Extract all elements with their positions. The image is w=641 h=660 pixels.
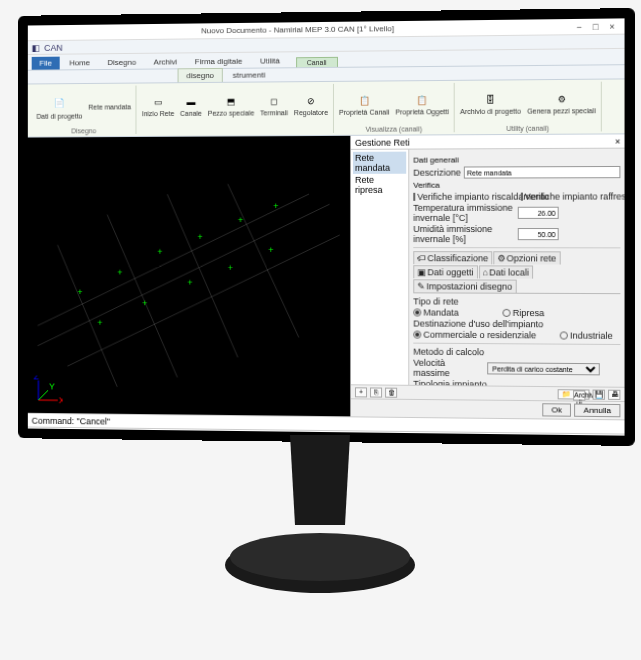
subtab-disegno[interactable]: disegno xyxy=(178,68,223,82)
pencil-icon: ✎ xyxy=(417,281,425,291)
btn-rete-mandata[interactable]: Rete mandata xyxy=(86,101,133,112)
tab-opzioni-rete[interactable]: ⚙Opzioni rete xyxy=(493,251,560,264)
cancel-button[interactable]: Annulla xyxy=(574,404,620,418)
btn-genera-pezzi[interactable]: ⚙Genera pezzi speciali xyxy=(525,90,598,117)
tool-print-icon[interactable]: 🖶 xyxy=(608,389,620,399)
tab-firma[interactable]: Firma digitale xyxy=(187,55,250,69)
radio-industriale[interactable] xyxy=(560,331,568,339)
network-tree: Rete mandata Rete ripresa xyxy=(351,150,409,385)
subtab-strumenti[interactable]: strumenti xyxy=(225,68,273,81)
btn-inizio-rete[interactable]: ▭Inizio Rete xyxy=(140,93,176,119)
ribbon: 📄Dati di progetto Rete mandata Disegno ▭… xyxy=(28,79,625,137)
select-metodo[interactable]: Perdita di carico costante xyxy=(487,362,600,375)
lbl-velocita: Velocità massime xyxy=(413,358,484,379)
svg-rect-0 xyxy=(28,143,350,410)
svg-text:+: + xyxy=(228,263,233,273)
svg-point-19 xyxy=(230,533,410,581)
svg-text:+: + xyxy=(197,232,202,242)
dialog-title: Gestione Reti xyxy=(355,137,410,147)
duct-icon: ▬ xyxy=(184,95,198,109)
section-verifica: Verifica xyxy=(413,180,620,190)
tool-copy-icon[interactable]: ⎘ xyxy=(370,387,382,397)
lbl-tipo-rete: Tipo di rete xyxy=(413,296,620,307)
ok-button[interactable]: Ok xyxy=(542,403,571,416)
tag-icon: 🏷 xyxy=(417,253,426,263)
btn-archivio-progetto-dlg[interactable]: 📁Archivio di progetto xyxy=(558,389,590,399)
app-menu-icon[interactable]: ◧ xyxy=(32,43,41,53)
input-temp[interactable] xyxy=(518,207,559,219)
tool-add-icon[interactable]: + xyxy=(355,387,367,397)
tab-utilita[interactable]: Utilità xyxy=(252,54,288,67)
btn-pezzo-speciale[interactable]: ⬒Pezzo speciale xyxy=(206,93,256,119)
input-descrizione[interactable] xyxy=(464,166,621,179)
archive-icon: 🗄 xyxy=(483,93,497,107)
lbl-temp: Temperatura immissione invernale [°C] xyxy=(413,203,514,223)
tab-home[interactable]: Home xyxy=(62,56,98,69)
window-title: Nuovo Documento - Namirial MEP 3.0 CAN [… xyxy=(32,22,571,37)
monitor-frame: Nuovo Documento - Namirial MEP 3.0 CAN [… xyxy=(18,8,635,446)
tab-dati-locali[interactable]: ⌂Dati locali xyxy=(479,265,533,278)
btn-canale[interactable]: ▬Canale xyxy=(178,93,204,119)
tab-archivi[interactable]: Archivi xyxy=(146,55,185,68)
cmd-history: Command: "Cancel" xyxy=(32,415,110,426)
svg-text:+: + xyxy=(77,288,82,298)
damper-icon: ⊘ xyxy=(304,94,318,108)
main-body: +++ +++ +++ ++ ZXY Gestione Reti × Rete … xyxy=(28,134,625,419)
btn-terminali[interactable]: ◻Terminali xyxy=(258,92,290,118)
tab-classificazione[interactable]: 🏷Classificazione xyxy=(413,251,492,264)
minimize-button[interactable]: − xyxy=(571,21,587,31)
properties-pane: Dati generali Descrizione Verifica Verif… xyxy=(409,149,624,387)
btn-archivio-progetto[interactable]: 🗄Archivio di progetto xyxy=(458,90,523,117)
home-icon: ⌂ xyxy=(483,267,489,277)
maximize-button[interactable]: □ xyxy=(587,21,603,31)
tool-delete-icon[interactable]: 🗑 xyxy=(385,387,397,397)
tree-item-ripresa[interactable]: Rete ripresa xyxy=(353,174,406,196)
tab-dati-oggetti[interactable]: ▣Dati oggetti xyxy=(413,265,477,278)
options-icon: ⚙ xyxy=(497,253,505,263)
svg-text:Y: Y xyxy=(49,381,55,391)
close-button[interactable]: × xyxy=(604,21,621,31)
dialog-close-button[interactable]: × xyxy=(615,136,620,146)
tab-file[interactable]: File xyxy=(32,57,60,70)
cad-drawing: +++ +++ +++ ++ xyxy=(28,136,350,416)
monitor-stand xyxy=(220,435,420,635)
btn-dati-progetto[interactable]: 📄Dati di progetto xyxy=(35,92,85,122)
svg-line-14 xyxy=(38,390,48,400)
tool-export-icon[interactable]: 💾 xyxy=(593,389,605,399)
lbl-umidita: Umidità immissione invernale [%] xyxy=(413,224,514,244)
ribbon-group-visualizza: 📋Proprietà Canali 📋Proprietà Oggetti Vis… xyxy=(334,83,455,133)
btn-regolatore[interactable]: ⊘Regolatore xyxy=(292,92,330,118)
dialog-titlebar: Gestione Reti × xyxy=(351,134,625,149)
lbl-descrizione: Descrizione xyxy=(413,168,461,178)
btn-proprieta-canali[interactable]: 📋Proprietà Canali xyxy=(337,91,391,117)
svg-text:+: + xyxy=(142,298,147,308)
tab-impostazioni-disegno[interactable]: ✎Impostazioni disegno xyxy=(413,279,516,292)
svg-text:+: + xyxy=(117,267,122,277)
tree-item-mandata[interactable]: Rete mandata xyxy=(353,152,406,174)
start-icon: ▭ xyxy=(151,95,165,109)
cad-viewport[interactable]: +++ +++ +++ ++ ZXY xyxy=(28,136,350,416)
input-umidita[interactable] xyxy=(518,228,559,240)
chk-raffrescamento[interactable] xyxy=(521,193,523,201)
radio-mandata[interactable] xyxy=(413,308,421,316)
lbl-destinazione: Destinazione d'uso dell'impianto xyxy=(413,318,620,329)
lbl-metodo: Metodo di calcolo xyxy=(413,347,620,359)
fitting-icon: ⬒ xyxy=(224,95,238,109)
qat-doc-badge: CAN xyxy=(44,42,62,52)
svg-text:+: + xyxy=(97,318,102,328)
btn-proprieta-oggetti[interactable]: 📋Proprietà Oggetti xyxy=(393,91,450,118)
document-icon: 📄 xyxy=(51,94,68,112)
svg-text:+: + xyxy=(273,201,278,211)
radio-ripresa[interactable] xyxy=(502,309,510,317)
app-window: Nuovo Documento - Namirial MEP 3.0 CAN [… xyxy=(28,18,625,435)
ribbon-group-canali: ▭Inizio Rete ▬Canale ⬒Pezzo speciale ◻Te… xyxy=(137,84,334,134)
ribbon-group-disegno: 📄Dati di progetto Rete mandata Disegno xyxy=(32,86,137,135)
radio-commerciale[interactable] xyxy=(413,331,421,339)
cube-icon: ▣ xyxy=(417,267,426,277)
terminal-icon: ◻ xyxy=(267,94,281,108)
dialog-footer: Ok Annulla xyxy=(351,398,625,419)
property-tabs: 🏷Classificazione ⚙Opzioni rete ▣Dati ogg… xyxy=(413,251,620,294)
cmd-prompt-text: Seleziona Entità: xyxy=(32,429,97,436)
tab-disegno[interactable]: Disegno xyxy=(100,56,144,69)
chk-riscaldamento[interactable] xyxy=(413,193,415,201)
